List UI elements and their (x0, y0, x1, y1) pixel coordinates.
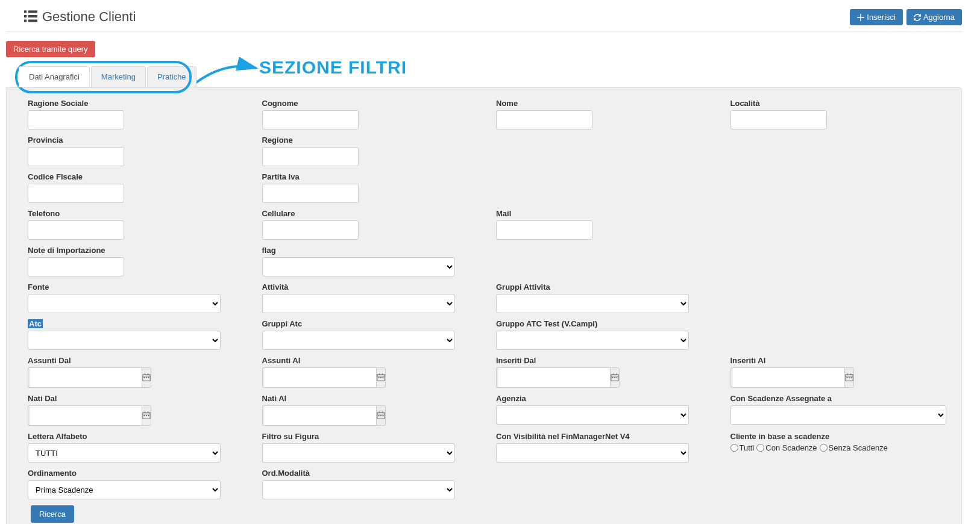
calendar-icon (845, 373, 853, 382)
svg-rect-9 (378, 377, 379, 378)
label-gruppi-attivita: Gruppi Attivita (496, 282, 712, 292)
input-nati-al[interactable] (265, 405, 376, 426)
label-inseriti-al: Inseriti Al (730, 356, 947, 365)
input-nome[interactable] (496, 110, 592, 129)
radio-senza-scadenze[interactable] (820, 444, 828, 452)
input-assunti-dal[interactable] (30, 367, 142, 388)
svg-rect-6 (144, 377, 145, 378)
label-codice-fiscale: Codice Fiscale (28, 172, 244, 181)
search-button[interactable]: Ricerca (31, 505, 74, 523)
calendar-icon (611, 373, 619, 382)
input-note-importazione[interactable] (28, 257, 124, 276)
input-localita[interactable] (730, 110, 827, 129)
input-mail[interactable] (496, 220, 592, 240)
svg-rect-23 (382, 415, 383, 416)
svg-rect-20 (148, 415, 149, 416)
input-regione[interactable] (262, 147, 359, 166)
svg-rect-3 (28, 14, 37, 17)
input-codice-fiscale[interactable] (28, 184, 124, 203)
select-atc[interactable] (28, 331, 221, 350)
label-gruppo-atc-test: Gruppo ATC Test (V.Campi) (496, 319, 712, 328)
select-ord-modalita[interactable] (262, 480, 455, 499)
svg-rect-13 (614, 377, 615, 378)
datepicker-assunti-al[interactable] (376, 367, 386, 388)
radio-con-scadenze[interactable] (756, 444, 764, 452)
tab-dati-anagrafici[interactable]: Dati Anagrafici (19, 66, 90, 87)
datepicker-assunti-dal[interactable] (142, 367, 151, 388)
tab-marketing[interactable]: Marketing (91, 66, 146, 87)
input-cellulare[interactable] (262, 220, 359, 240)
select-agenzia[interactable] (496, 405, 689, 425)
datepicker-inseriti-al[interactable] (844, 367, 854, 388)
svg-rect-19 (146, 415, 147, 416)
select-flag[interactable] (262, 257, 455, 276)
radio-tutti[interactable] (730, 444, 738, 452)
label-inseriti-dal: Inseriti Dal (496, 356, 712, 365)
label-nati-dal: Nati Dal (28, 394, 244, 403)
label-assunti-al: Assunti Al (262, 356, 479, 365)
svg-rect-17 (850, 377, 852, 378)
label-fonte: Fonte (28, 282, 244, 292)
tab-pratiche[interactable]: Pratiche (147, 66, 196, 87)
label-attivita: Attività (262, 282, 479, 292)
radio-senza-wrap[interactable]: Senza Scadenze (820, 443, 888, 452)
svg-rect-0 (24, 10, 27, 13)
svg-rect-15 (846, 377, 847, 378)
radio-tutti-wrap[interactable]: Tutti (730, 443, 755, 452)
label-ordinamento: Ordinamento (28, 469, 244, 478)
svg-rect-22 (380, 415, 382, 416)
select-con-visibilita[interactable] (496, 443, 689, 463)
svg-rect-16 (849, 377, 850, 378)
input-inseriti-al[interactable] (733, 367, 844, 388)
svg-rect-11 (382, 377, 383, 378)
page-title: Gestione Clienti (42, 9, 136, 25)
label-atc: Atc (28, 319, 244, 328)
datepicker-inseriti-dal[interactable] (610, 367, 620, 388)
select-gruppi-atc[interactable] (262, 331, 455, 350)
insert-button[interactable]: Inserisci (850, 9, 903, 25)
label-lettera-alfabeto: Lettera Alfabeto (28, 432, 244, 441)
page-title-wrap: Gestione Clienti (24, 9, 136, 25)
datepicker-nati-dal[interactable] (142, 405, 151, 426)
input-inseriti-dal[interactable] (498, 367, 610, 388)
select-con-scadenze-assegnate[interactable] (730, 405, 947, 425)
calendar-icon (142, 373, 151, 382)
input-ragione-sociale[interactable] (28, 110, 124, 129)
calendar-icon (377, 411, 385, 420)
label-localita: Località (730, 99, 947, 108)
svg-rect-2 (24, 14, 27, 17)
select-gruppi-attivita[interactable] (496, 294, 689, 313)
input-assunti-al[interactable] (265, 367, 376, 388)
select-gruppo-atc-test[interactable] (496, 331, 689, 350)
select-lettera-alfabeto[interactable]: TUTTI (28, 443, 221, 463)
radio-con-wrap[interactable]: Con Scadenze (756, 443, 817, 452)
label-assunti-dal: Assunti Dal (28, 356, 244, 365)
svg-rect-21 (378, 415, 379, 416)
refresh-icon (914, 14, 921, 21)
input-provincia[interactable] (28, 147, 124, 166)
select-ordinamento[interactable]: Prima Scadenze (28, 480, 221, 499)
label-regione: Regione (262, 136, 479, 145)
datepicker-nati-al[interactable] (376, 405, 386, 426)
svg-rect-5 (28, 19, 37, 22)
svg-rect-8 (148, 377, 149, 378)
input-telefono[interactable] (28, 220, 124, 240)
label-con-visibilita: Con Visibilità nel FinManagerNet V4 (496, 432, 712, 441)
select-filtro-su-figura[interactable] (262, 443, 455, 463)
label-ragione-sociale: Ragione Sociale (28, 99, 244, 108)
list-icon (24, 10, 37, 25)
refresh-button[interactable]: Aggiorna (906, 9, 962, 25)
input-partita-iva[interactable] (262, 184, 359, 203)
input-nati-dal[interactable] (30, 405, 142, 426)
svg-rect-7 (146, 377, 147, 378)
svg-rect-10 (380, 377, 382, 378)
calendar-icon (142, 411, 151, 420)
input-cognome[interactable] (262, 110, 359, 129)
svg-rect-14 (617, 377, 618, 378)
label-gruppi-atc: Gruppi Atc (262, 319, 479, 328)
select-fonte[interactable] (28, 294, 221, 313)
query-search-button[interactable]: Ricerca tramite query (6, 41, 95, 57)
label-con-scadenze-assegnate: Con Scadenze Assegnate a (730, 394, 947, 403)
select-attivita[interactable] (262, 294, 455, 313)
label-filtro-su-figura: Filtro su Figura (262, 432, 479, 441)
